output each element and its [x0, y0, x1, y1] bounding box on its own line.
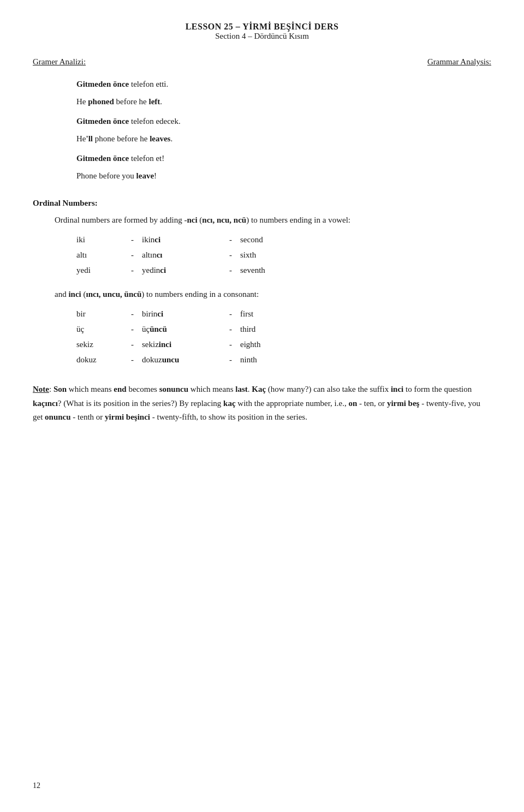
kac-note-bold: kaç	[223, 399, 236, 408]
gitmeden-bold-1: Gitmeden önce	[76, 80, 129, 88]
consonant-row-1: bir - birinci - first	[76, 307, 491, 320]
kac-bold: Kaç	[252, 385, 266, 393]
last-bold: last	[235, 385, 248, 393]
inci-bold: inci	[68, 290, 81, 298]
dash-1a: -	[131, 233, 142, 246]
ordinal-section: Ordinal Numbers: Ordinal numbers are for…	[33, 199, 491, 366]
page-header: LESSON 25 – YİRMİ BEŞİNCİ DERS Section 4…	[33, 22, 491, 41]
ordinal-heading: Ordinal Numbers:	[33, 199, 491, 208]
dash-3a: -	[131, 264, 142, 277]
dash-2b: -	[229, 248, 240, 261]
consonant-description: and inci (ıncı, uncu, üncü) to numbers e…	[55, 288, 491, 301]
phoned-bold: phoned	[88, 97, 114, 106]
turkish-6: sekiz	[76, 338, 131, 351]
dash-4b: -	[229, 307, 240, 320]
sonuncu-bold: sonuncu	[159, 385, 188, 393]
consonant-row-3: sekiz - sekizinci - eighth	[76, 338, 491, 351]
page-number: 12	[33, 781, 40, 790]
english-4: first	[240, 307, 327, 320]
ordinal-5: üçüncü	[142, 323, 229, 336]
title-line2: Section 4 – Dördüncü Kısım	[33, 32, 491, 41]
ordinal-1: ikinci	[142, 233, 229, 246]
dash-7b: -	[229, 353, 240, 366]
grammar-label: Grammar Analysis:	[427, 57, 491, 67]
sentence-3-english: Phone before you leave!	[76, 169, 491, 182]
turkish-7: dokuz	[76, 353, 131, 366]
sentence-2-english: He'll phone before he leaves.	[76, 132, 491, 145]
note-section: Note: Son which means end becomes sonunc…	[33, 383, 491, 425]
inci-variants-bold: ıncı, uncu, üncü	[86, 290, 142, 298]
sentence-3-turkish: Gitmeden önce telefon et!	[76, 152, 491, 165]
left-bold: left	[149, 97, 160, 106]
ordinal-3: yedinci	[142, 264, 229, 277]
consonant-row-4: dokuz - dokuzuncu - ninth	[76, 353, 491, 366]
end-bold: end	[114, 385, 126, 393]
english-7: ninth	[240, 353, 327, 366]
yirmibesh-bold: yirmi beş	[387, 399, 420, 408]
on-bold: on	[348, 399, 357, 408]
ordinal-4: birinci	[142, 307, 229, 320]
dash-7a: -	[131, 353, 142, 366]
ordinal-6: sekizinci	[142, 338, 229, 351]
leave-bold: leave	[136, 171, 154, 180]
dash-5b: -	[229, 323, 240, 336]
yirmibesinci-bold: yirmi beşinci	[105, 413, 150, 421]
dash-6a: -	[131, 338, 142, 351]
intro-section: Gitmeden önce telefon etti. He phoned be…	[76, 77, 491, 182]
dash-2a: -	[131, 248, 142, 261]
dash-1b: -	[229, 233, 240, 246]
sentence-2-turkish: Gitmeden önce telefon edecek.	[76, 115, 491, 128]
gitmeden-bold-3: Gitmeden önce	[76, 154, 129, 163]
onuncu-bold: onuncu	[45, 413, 71, 421]
dash-6b: -	[229, 338, 240, 351]
english-3: seventh	[240, 264, 327, 277]
turkish-4: bir	[76, 307, 131, 320]
leaves-bold: leaves	[150, 134, 170, 143]
dash-5a: -	[131, 323, 142, 336]
gitmeden-bold-2: Gitmeden önce	[76, 117, 129, 126]
nci-bold: nci	[187, 216, 197, 224]
vowel-description: Ordinal numbers are formed by adding -nc…	[55, 213, 491, 226]
note-paragraph: Note: Son which means end becomes sonunc…	[33, 383, 491, 425]
son-bold: Son	[53, 385, 67, 393]
consonant-row-2: üç - üçüncü - third	[76, 323, 491, 336]
english-5: third	[240, 323, 327, 336]
ll-bold: 'll	[86, 134, 93, 143]
sentence-1-turkish: Gitmeden önce telefon etti.	[76, 77, 491, 91]
turkish-2: altı	[76, 248, 131, 261]
dash-3b: -	[229, 264, 240, 277]
turkish-5: üç	[76, 323, 131, 336]
nci-variants-bold: ncı, ncu, ncü	[202, 216, 246, 224]
dash-4a: -	[131, 307, 142, 320]
ordinal-numbers-label: Ordinal Numbers:	[33, 199, 98, 207]
gramer-label: Gramer Analizi:	[33, 57, 86, 67]
kacinci-bold: kaçıncı	[33, 399, 58, 408]
title-line1: LESSON 25 – YİRMİ BEŞİNCİ DERS	[33, 22, 491, 32]
note-label: Note	[33, 385, 49, 393]
english-6: eighth	[240, 338, 327, 351]
turkish-3: yedi	[76, 264, 131, 277]
ordinal-7: dokuzuncu	[142, 353, 229, 366]
vowel-row-3: yedi - yedinci - seventh	[76, 264, 491, 277]
sentence-1-english: He phoned before he left.	[76, 95, 491, 108]
inci-note-bold: inci	[391, 385, 403, 393]
vowel-table: iki - ikinci - second altı - altıncı - s…	[76, 233, 491, 277]
vowel-row-2: altı - altıncı - sixth	[76, 248, 491, 261]
english-1: second	[240, 233, 327, 246]
ordinal-2: altıncı	[142, 248, 229, 261]
header-row: Gramer Analizi: Grammar Analysis:	[33, 57, 491, 67]
english-2: sixth	[240, 248, 327, 261]
consonant-table: bir - birinci - first üç - üçüncü - thir…	[76, 307, 491, 366]
vowel-row-1: iki - ikinci - second	[76, 233, 491, 246]
turkish-1: iki	[76, 233, 131, 246]
